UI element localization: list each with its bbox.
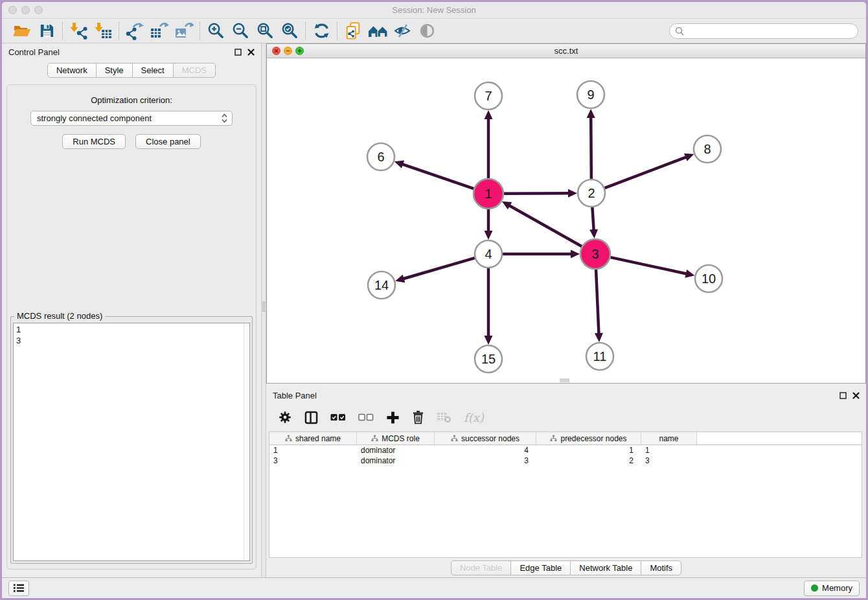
- graph-node-label: 9: [587, 87, 594, 102]
- column-header-successor-nodes[interactable]: successor nodes: [435, 432, 536, 444]
- close-panel-button[interactable]: Close panel: [135, 134, 201, 149]
- close-table-panel-icon[interactable]: [852, 392, 860, 399]
- table-cell[interactable]: 4: [435, 446, 536, 455]
- float-table-panel-icon[interactable]: [839, 392, 847, 399]
- export-table-icon[interactable]: [147, 21, 172, 41]
- zoom-fit-icon[interactable]: [253, 21, 277, 41]
- tab-network[interactable]: Network: [47, 63, 97, 78]
- graph-node-1[interactable]: 1: [474, 179, 503, 209]
- tab-select[interactable]: Select: [132, 63, 174, 78]
- network-maximize-button[interactable]: [295, 47, 304, 55]
- network-window-titlebar: scc.txt: [267, 44, 865, 58]
- table-cell[interactable]: dominator: [357, 446, 435, 455]
- tab-style[interactable]: Style: [96, 63, 133, 78]
- graph-edge-2-3[interactable]: [592, 207, 593, 231]
- table-cell[interactable]: 3: [269, 456, 357, 465]
- delete-table-icon[interactable]: [437, 409, 451, 426]
- graph-node-2[interactable]: 2: [578, 179, 605, 207]
- search-input[interactable]: [687, 25, 858, 38]
- toolbar-separator: [200, 22, 200, 40]
- task-history-button[interactable]: [8, 581, 29, 596]
- table-cell[interactable]: 3: [435, 456, 536, 465]
- zoom-in-icon[interactable]: [203, 21, 228, 41]
- graph-node-4[interactable]: 4: [475, 240, 502, 268]
- criterion-dropdown[interactable]: strongly connected component: [30, 111, 233, 126]
- close-panel-icon[interactable]: [247, 49, 255, 56]
- tab-mcds[interactable]: MCDS: [173, 63, 216, 78]
- memory-status-dot: [811, 584, 818, 592]
- graph-edge-3-11[interactable]: [596, 270, 599, 334]
- tab-network-table[interactable]: Network Table: [570, 560, 641, 575]
- table-row[interactable]: 1dominator411: [269, 445, 862, 456]
- table-cell[interactable]: 1: [269, 446, 357, 455]
- vertical-splitter[interactable]: [261, 43, 266, 577]
- open-session-icon[interactable]: [10, 21, 34, 41]
- table-cell[interactable]: 3: [641, 456, 697, 465]
- apply-layout-icon[interactable]: [309, 21, 334, 41]
- graph-edge-3-10[interactable]: [610, 257, 687, 274]
- tab-edge-table[interactable]: Edge Table: [510, 560, 571, 575]
- table-cell[interactable]: 2: [536, 456, 641, 465]
- network-canvas[interactable]: 7968124314101511: [267, 58, 865, 383]
- graph-edge-1-6[interactable]: [402, 164, 474, 189]
- main-area: Control Panel Network Style Select MCDS …: [2, 43, 866, 577]
- network-close-button[interactable]: [272, 47, 280, 55]
- table-cell[interactable]: 1: [641, 446, 697, 455]
- network-minimize-button[interactable]: [284, 47, 292, 55]
- graph-edge-arrowhead: [568, 189, 577, 198]
- run-mcds-button[interactable]: Run MCDS: [62, 134, 126, 149]
- column-header-shared-name[interactable]: shared name: [269, 432, 357, 444]
- tab-motifs[interactable]: Motifs: [641, 560, 681, 575]
- graph-node-8[interactable]: 8: [694, 135, 721, 163]
- tab-node-table[interactable]: Node Table: [451, 560, 512, 575]
- table-cell[interactable]: 1: [536, 446, 641, 455]
- graph-node-11[interactable]: 11: [586, 343, 613, 370]
- clone-network-icon[interactable]: [341, 21, 365, 41]
- settings-gear-icon[interactable]: [278, 409, 292, 426]
- graph-edge-2-9[interactable]: [591, 117, 591, 179]
- export-image-icon[interactable]: [172, 21, 196, 41]
- graph-node-15[interactable]: 15: [475, 345, 502, 373]
- graph-node-6[interactable]: 6: [367, 143, 394, 170]
- delete-column-icon[interactable]: [412, 409, 424, 426]
- table-cell[interactable]: dominator: [357, 456, 435, 465]
- graph-node-10[interactable]: 10: [695, 265, 722, 292]
- export-network-icon[interactable]: [122, 21, 147, 41]
- graph-edge-1-2[interactable]: [504, 193, 569, 194]
- graph-node-9[interactable]: 9: [577, 81, 604, 108]
- float-panel-icon[interactable]: [234, 49, 242, 56]
- toolbar-separator: [305, 22, 306, 40]
- select-all-icon[interactable]: [330, 409, 346, 426]
- graph-edge-arrowhead: [684, 154, 694, 161]
- graph-edge-2-8[interactable]: [605, 157, 687, 188]
- show-columns-icon[interactable]: [304, 409, 318, 426]
- memory-button[interactable]: Memory: [804, 581, 860, 596]
- canvas-resize-grip[interactable]: [560, 378, 569, 382]
- add-column-icon[interactable]: [386, 409, 400, 426]
- column-header-name[interactable]: name: [641, 432, 697, 444]
- function-builder-icon[interactable]: f(x): [464, 409, 484, 426]
- column-header-predecessor-nodes[interactable]: predecessor nodes: [536, 432, 641, 444]
- hide-graphics-details-icon[interactable]: [390, 21, 415, 41]
- optimization-criterion-label: Optimization criterion:: [91, 95, 172, 105]
- show-graphics-details-icon[interactable]: [415, 21, 439, 41]
- graph-node-7[interactable]: 7: [475, 82, 502, 110]
- graph-edge-arrowhead: [595, 333, 603, 342]
- graph-node-14[interactable]: 14: [368, 271, 395, 299]
- import-network-icon[interactable]: [66, 21, 91, 41]
- splitter-grip[interactable]: [262, 301, 265, 312]
- graph-edge-4-14[interactable]: [403, 258, 475, 279]
- houses-icon[interactable]: [365, 21, 390, 41]
- graph-node-3[interactable]: 3: [580, 239, 610, 269]
- unselect-all-icon[interactable]: [358, 409, 374, 426]
- network-view-window: scc.txt 7968124314101511: [266, 43, 866, 384]
- zoom-out-icon[interactable]: [228, 21, 253, 41]
- save-session-icon[interactable]: [34, 21, 59, 41]
- table-row[interactable]: 3dominator323: [269, 456, 862, 466]
- graph-edge-3-1[interactable]: [508, 205, 582, 247]
- mcds-result-list[interactable]: 1 3: [13, 323, 250, 561]
- result-scrollbar[interactable]: [244, 323, 249, 560]
- zoom-selected-icon[interactable]: [277, 21, 302, 41]
- column-header-MCDS-role[interactable]: MCDS role: [357, 432, 435, 444]
- import-table-icon[interactable]: [91, 21, 115, 41]
